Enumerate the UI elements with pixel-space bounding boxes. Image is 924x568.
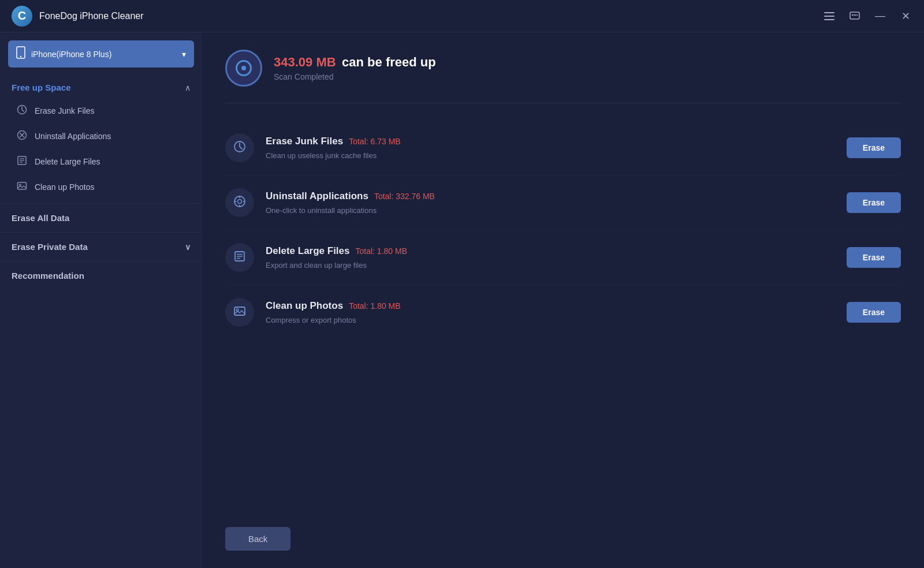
svg-rect-1 [824,16,834,17]
chat-icon[interactable] [848,9,862,23]
erase-all-data-label: Erase All Data [12,213,69,223]
device-chevron-icon: ▾ [182,50,186,59]
junk-files-info: Erase Junk Files Total: 6.73 MB Clean up… [266,136,835,160]
svg-rect-5 [854,14,856,16]
clock-icon [16,104,28,117]
summary-banner: 343.09 MB can be freed up Scan Completed [225,50,901,103]
svg-rect-30 [234,307,245,315]
cleanup-photos-desc: Compress or export photos [266,316,356,324]
minimize-button[interactable]: — [873,9,887,23]
cleanup-photos-total: Total: 1.80 MB [349,301,401,311]
svg-point-8 [20,56,21,57]
back-button[interactable]: Back [225,527,290,551]
junk-files-icon [233,140,246,156]
feature-row-uninstall-apps: Uninstall Applications Total: 332.76 MB … [225,175,901,230]
sidebar-item-cleanup-photos[interactable]: Clean up Photos [0,174,202,200]
junk-files-desc: Clean up useless junk cache files [266,151,377,160]
uninstall-apps-title: Uninstall Applications [266,190,368,202]
uninstall-apps-info: Uninstall Applications Total: 332.76 MB … [266,190,835,215]
photo-icon [16,181,28,193]
uninstall-icon-wrap [225,188,254,217]
cleanup-photos-label: Clean up Photos [35,182,191,192]
sidebar: iPhone(iPhone 8 Plus) ▾ Free up Space ∧ … [0,32,202,568]
erase-large-button[interactable]: Erase [847,247,901,268]
large-files-icon-wrap [225,243,254,272]
close-button[interactable]: ✕ [899,9,912,23]
svg-point-21 [238,199,242,203]
private-data-chevron-icon: ∨ [185,242,191,252]
uninstall-apps-desc: One-click to uninstall applications [266,206,377,215]
freed-amount: 343.09 MB [274,55,336,69]
section-collapse-icon: ∧ [185,83,191,92]
svg-rect-17 [18,182,27,189]
erase-junk-button[interactable]: Erase [847,137,901,158]
feature-row-erase-junk: Erase Junk Files Total: 6.73 MB Clean up… [225,121,901,175]
content-area: 343.09 MB can be freed up Scan Completed [202,32,924,568]
feature-row-cleanup-photos: Clean up Photos Total: 1.80 MB Compress … [225,285,901,339]
uninstall-icon [16,130,28,143]
svg-rect-2 [824,19,834,20]
sidebar-item-erase-private-data[interactable]: Erase Private Data ∨ [0,232,202,261]
menu-icon[interactable] [822,9,836,23]
phone-icon [16,46,25,62]
delete-large-total: Total: 1.80 MB [356,246,408,256]
photos-icon-wrap [225,298,254,327]
summary-text: 343.09 MB can be freed up Scan Completed [274,55,436,81]
junk-icon-wrap [225,133,254,162]
erase-photos-button[interactable]: Erase [847,302,901,323]
window-controls: — ✕ [822,9,912,23]
large-files-icon [233,250,246,266]
erase-private-data-label: Erase Private Data [12,242,88,252]
cleanup-photos-icon [233,305,246,320]
sidebar-item-erase-all-data[interactable]: Erase All Data [0,203,202,232]
delete-large-info: Delete Large Files Total: 1.80 MB Export… [266,245,835,270]
device-selector[interactable]: iPhone(iPhone 8 Plus) ▾ [8,40,194,68]
svg-rect-0 [824,12,834,13]
svg-point-31 [236,309,239,311]
erase-apps-button[interactable]: Erase [847,192,901,213]
app-title: FoneDog iPhone Cleaner [39,11,822,21]
uninstall-apps-label: Uninstall Applications [35,132,191,141]
free-up-space-header[interactable]: Free up Space ∧ [0,74,202,98]
cleanup-photos-info: Clean up Photos Total: 1.80 MB Compress … [266,300,835,325]
content-footer: Back [225,513,901,551]
scan-status: Scan Completed [274,72,436,81]
junk-files-total: Total: 6.73 MB [349,137,401,146]
feature-row-delete-large: Delete Large Files Total: 1.80 MB Export… [225,230,901,285]
uninstall-apps-icon [233,195,246,211]
free-up-space-title: Free up Space [12,83,71,92]
titlebar: C FoneDog iPhone Cleaner — ✕ [0,0,924,32]
sidebar-item-erase-junk[interactable]: Erase Junk Files [0,98,202,124]
sidebar-item-recommendation[interactable]: Recommendation [0,261,202,290]
free-up-space-section: Free up Space ∧ Erase Junk Files [0,71,202,203]
svg-rect-4 [852,14,854,16]
main-layout: iPhone(iPhone 8 Plus) ▾ Free up Space ∧ … [0,32,924,568]
feature-rows: Erase Junk Files Total: 6.73 MB Clean up… [225,121,901,513]
file-list-icon [16,155,28,168]
erase-junk-label: Erase Junk Files [35,106,191,115]
sidebar-item-delete-large[interactable]: Delete Large Files [0,149,202,174]
delete-large-desc: Export and clean up large files [266,261,367,270]
svg-rect-6 [856,14,858,16]
uninstall-apps-total: Total: 332.76 MB [374,192,435,201]
delete-large-title: Delete Large Files [266,245,350,257]
app-logo: C [12,6,32,27]
cleanup-photos-title: Clean up Photos [266,300,343,312]
delete-large-label: Delete Large Files [35,157,191,166]
device-name: iPhone(iPhone 8 Plus) [31,50,176,59]
sidebar-item-uninstall-apps[interactable]: Uninstall Applications [0,124,202,149]
freed-label: can be freed up [342,55,436,69]
scan-complete-icon [225,50,262,87]
recommendation-label: Recommendation [12,271,84,281]
junk-files-title: Erase Junk Files [266,136,343,147]
